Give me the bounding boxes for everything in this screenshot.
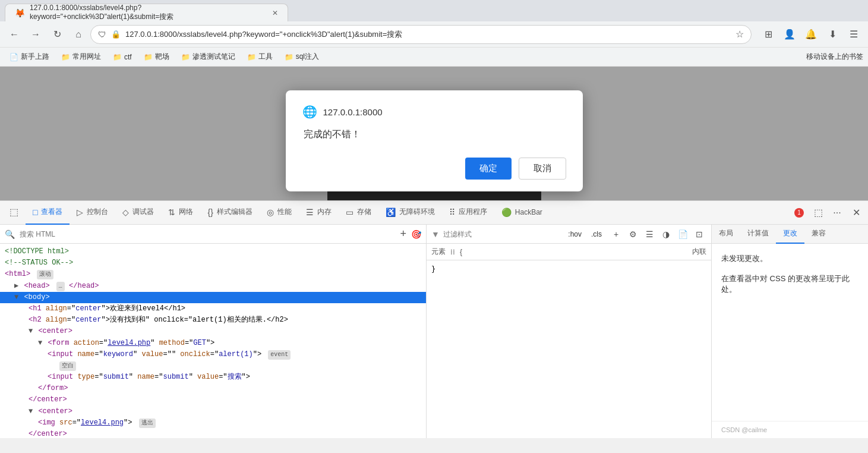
bookmark-靶场[interactable]: 📁 靶场 — [139, 51, 174, 63]
html-line-img[interactable]: <img src="level4.png"> 逃出 — [0, 417, 426, 429]
bookmark-icon: 📁 — [285, 53, 293, 61]
sync-button[interactable]: 🔔 — [801, 25, 820, 44]
style-editor-tab-label: 样式编辑器 — [217, 207, 252, 217]
back-button[interactable]: ← — [5, 25, 24, 44]
close-devtools-button[interactable]: ✕ — [847, 203, 866, 222]
menu-button[interactable]: ☰ — [844, 25, 863, 44]
cls-button[interactable]: .cls — [589, 229, 604, 240]
css-layout-toggle[interactable]: ☰ — [642, 227, 656, 241]
debugger-icon: ◇ — [122, 207, 129, 217]
html-line-center1[interactable]: ▼ <center> — [0, 326, 426, 337]
html-line-form-close[interactable]: </form> — [0, 383, 426, 394]
html-line-input-keyword[interactable]: <input name="keyword" value="" onclick="… — [0, 349, 426, 360]
css-sub-tabs: 布局 计算值 更改 兼容 — [712, 225, 868, 244]
css-doc-button[interactable]: 📄 — [676, 227, 690, 241]
css-element-bar: 元素 ⁞⁞ { 内联 — [427, 244, 711, 260]
reload-button[interactable]: ↻ — [48, 25, 67, 44]
devtools-tab-accessibility[interactable]: ♿ 无障碍环境 — [378, 201, 442, 225]
devtools-tab-debugger[interactable]: ◇ 调试器 — [115, 201, 161, 225]
changes-panel: 布局 计算值 更改 兼容 未发现更改。 在查看器中对 CSS 的更改将呈现于此处… — [712, 225, 868, 438]
html-line-form[interactable]: ▼ <form action="level4.php" method="GET"… — [0, 338, 426, 349]
css-settings-button[interactable]: ⚙ — [626, 227, 640, 241]
bookmark-label: 常用网址 — [72, 52, 101, 62]
extensions-button[interactable]: ⊞ — [759, 25, 778, 44]
html-line-center2[interactable]: ▼ <center> — [0, 406, 426, 417]
home-button[interactable]: ⌂ — [69, 25, 88, 44]
css-add-rule-button[interactable]: + — [609, 227, 623, 241]
scroll-badge[interactable]: 滚动 — [37, 270, 53, 279]
devtools-tab-console[interactable]: ▷ 控制台 — [70, 201, 115, 225]
html-line-center1-close[interactable]: </center> — [0, 394, 426, 405]
mobile-bookmarks-link[interactable]: 移动设备上的书签 — [806, 52, 863, 62]
address-bar[interactable]: 🛡 🔒 127.0.0.1:8000/xsslabs/level4.php?ke… — [90, 25, 752, 44]
storage-icon: ▭ — [346, 207, 353, 217]
apps-icon: ⠿ — [449, 207, 455, 217]
html-search-input[interactable] — [20, 230, 395, 238]
alert-dialog: 🌐 127.0.0.1:8000 完成的不错！ 确定 取消 — [286, 90, 583, 191]
hackbar-tab-label: HackBar — [515, 208, 542, 216]
bookmark-常用网址[interactable]: 📁 常用网址 — [56, 51, 106, 63]
devtools-tab-inspect[interactable]: ⬚ — [2, 201, 26, 225]
css-track-changes-button[interactable]: ⊡ — [692, 227, 706, 241]
compat-tab[interactable]: 兼容 — [804, 225, 833, 244]
hov-button[interactable]: :hov — [566, 229, 584, 240]
html-line-h2[interactable]: <h2 align="center">没有找到和" onclick="alert… — [0, 314, 426, 326]
forward-button[interactable]: → — [26, 25, 45, 44]
devtools-tab-hackbar[interactable]: 🟢 HackBar — [494, 201, 550, 225]
devtools-tab-storage[interactable]: ▭ 存储 — [339, 201, 378, 225]
dialog-origin-text: 127.0.0.1:8000 — [323, 107, 383, 117]
layout-tab[interactable]: 布局 — [712, 225, 740, 244]
download-button[interactable]: ⬇ — [823, 25, 842, 44]
devtools-right-actions: 1 ⬚ ··· ✕ — [790, 203, 866, 222]
more-button[interactable]: ··· — [828, 203, 847, 222]
bookmark-渗透测试笔记[interactable]: 📁 渗透测试笔记 — [176, 51, 240, 63]
html-line-html[interactable]: <html> 滚动 — [0, 269, 426, 280]
css-filter-input[interactable] — [443, 230, 562, 238]
html-line-doctype[interactable]: <!DOCTYPE html> — [0, 246, 426, 257]
bookmark-icon: 📁 — [247, 53, 256, 61]
dialog-cancel-button[interactable]: 取消 — [519, 158, 566, 180]
html-add-node-button[interactable]: + — [400, 228, 406, 240]
escape-badge[interactable]: 逃出 — [139, 419, 156, 428]
url-text: 127.0.0.1:8000/xsslabs/level4.php?keywor… — [125, 29, 731, 40]
html-line-head[interactable]: ▶ <head> … </head> — [0, 281, 426, 292]
devtools-tab-style-editor[interactable]: {} 样式编辑器 — [200, 201, 259, 225]
browser-tab[interactable]: 🦊 127.0.0.1:8000/xsslabs/level4.php?keyw… — [5, 4, 288, 21]
dock-button[interactable]: ⬚ — [809, 203, 828, 222]
devtools-tab-performance[interactable]: ◎ 性能 — [260, 201, 299, 225]
bookmark-star-icon[interactable]: ☆ — [736, 29, 744, 40]
css-filter-right: :hov .cls + ⚙ ☰ ◑ 📄 ⊡ — [566, 227, 706, 241]
tab-title: 127.0.0.1:8000/xsslabs/level4.php?keywor… — [30, 4, 267, 22]
bookmark-sql注入[interactable]: 📁 sql注入 — [280, 51, 324, 63]
tab-close-button[interactable]: ✕ — [272, 9, 278, 17]
devtools-tab-viewer[interactable]: □ 查看器 — [26, 201, 70, 225]
html-line-status[interactable]: <!--STATUS OK--> — [0, 257, 426, 269]
html-line-h1[interactable]: <h1 align="center">欢迎来到level4</h1> — [0, 303, 426, 314]
html-line-body[interactable]: ▼ <body> — [0, 292, 426, 303]
html-line-center2-close[interactable]: </center> — [0, 429, 426, 438]
bookmark-ctf[interactable]: 📁 ctf — [108, 52, 137, 62]
changes-tab[interactable]: 更改 — [776, 225, 804, 244]
html-pick-element-button[interactable]: 🎯 — [411, 229, 421, 239]
html-line-input-submit[interactable]: <input type="submit" name="submit" value… — [0, 372, 426, 383]
bookmark-icon: 📁 — [113, 53, 122, 61]
css-color-toggle[interactable]: ◑ — [659, 227, 673, 241]
error-badge: 1 — [794, 208, 804, 218]
event-badge[interactable]: event — [268, 350, 291, 360]
console-icon: ▷ — [77, 207, 83, 217]
head-collapse-badge[interactable]: … — [56, 282, 65, 291]
bookmark-工具[interactable]: 📁 工具 — [242, 51, 277, 63]
dialog-confirm-button[interactable]: 确定 — [465, 158, 512, 180]
devtools-tab-apps[interactable]: ⠿ 应用程序 — [442, 201, 494, 225]
bookmark-label: 靶场 — [155, 52, 169, 62]
profile-button[interactable]: 👤 — [780, 25, 799, 44]
site-favicon: 🔒 — [111, 30, 121, 39]
devtools-tab-memory[interactable]: ☰ 内存 — [299, 201, 339, 225]
bookmark-新手上路[interactable]: 📄 新手上路 — [5, 51, 54, 63]
nav-bar: ← → ↻ ⌂ 🛡 🔒 127.0.0.1:8000/xsslabs/level… — [0, 21, 868, 48]
computed-tab[interactable]: 计算值 — [740, 225, 776, 244]
html-line-whitespace[interactable]: 空白 — [0, 360, 426, 372]
devtools-tab-network[interactable]: ⇅ 网络 — [161, 201, 200, 225]
apps-tab-label: 应用程序 — [459, 207, 487, 217]
style-editor-icon: {} — [207, 207, 213, 217]
